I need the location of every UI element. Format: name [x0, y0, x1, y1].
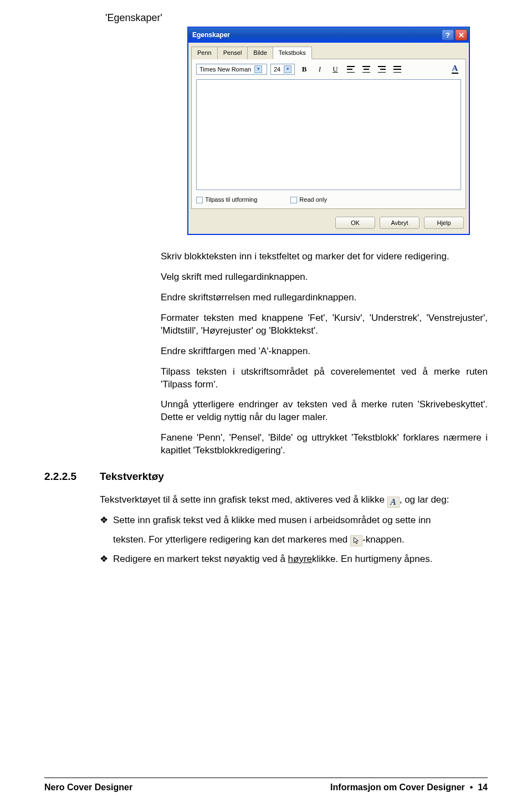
- paragraph: Endre skriftstørrelsen med rullegardinkn…: [161, 292, 488, 304]
- paragraph: Velg skrift med rullegardinknappen.: [161, 271, 488, 284]
- tab-bilde[interactable]: Bilde: [247, 47, 273, 59]
- checkbox-icon: [290, 197, 297, 203]
- properties-dialog: Egenskaper ? ✕ Penn Pensel Bilde Tekstbo…: [187, 27, 470, 235]
- help-button[interactable]: ?: [442, 29, 454, 40]
- paragraph: Tilpass teksten i utskriftsområdet på co…: [161, 366, 488, 391]
- paragraph: Fanene 'Penn', 'Pensel', 'Bilde' og uttr…: [161, 432, 488, 457]
- tab-panel: Times New Roman ▼ 24 ▼ B I U A: [191, 59, 466, 209]
- checkbox-label: Tilpass til utforming: [205, 196, 257, 204]
- tab-strip: Penn Pensel Bilde Tekstboks: [188, 43, 469, 59]
- font-name-value: Times New Roman: [200, 65, 251, 74]
- pointer-tool-icon: [350, 535, 362, 546]
- paragraph: teksten. For ytterligere redigering kan …: [113, 534, 526, 546]
- bullet-item: ❖ Redigere en markert tekst nøyaktig ved…: [100, 553, 526, 566]
- bullet-icon: ❖: [100, 514, 109, 527]
- align-left-button[interactable]: [345, 64, 357, 75]
- section-heading: 2.2.2.5 Tekstverktøy: [44, 469, 488, 484]
- paragraph: Formater teksten med knappene 'Fet', 'Ku…: [161, 312, 488, 337]
- help-button[interactable]: Hjelp: [424, 217, 464, 229]
- tab-tekstboks[interactable]: Tekstboks: [273, 47, 312, 59]
- footer-left: Nero Cover Designer: [44, 781, 132, 794]
- chevron-down-icon: ▼: [254, 65, 262, 73]
- bullet-text: Sette inn grafisk tekst ved å klikke med…: [113, 514, 526, 527]
- align-justify-button[interactable]: [391, 64, 403, 75]
- close-button[interactable]: ✕: [455, 29, 467, 40]
- format-toolbar: Times New Roman ▼ 24 ▼ B I U A: [196, 64, 461, 75]
- font-color-button[interactable]: A: [449, 64, 461, 75]
- ok-button[interactable]: OK: [335, 217, 375, 229]
- dialog-button-row: OK Avbryt Hjelp: [188, 212, 469, 234]
- align-right-button[interactable]: [376, 64, 388, 75]
- text-input-area[interactable]: [196, 79, 461, 190]
- titlebar: Egenskaper ? ✕: [188, 27, 469, 43]
- paragraph: Unngå ytterligere endringer av teksten v…: [161, 398, 488, 424]
- bold-button[interactable]: B: [298, 64, 310, 75]
- font-size-value: 24: [274, 65, 280, 74]
- dialog-title: Egenskaper: [192, 30, 441, 39]
- underline-button[interactable]: U: [329, 64, 341, 75]
- checkbox-icon: [196, 197, 203, 203]
- paragraph: Tekstverktøyet til å sette inn grafisk t…: [100, 494, 526, 508]
- italic-button[interactable]: I: [314, 64, 326, 75]
- section-body: Tekstverktøyet til å sette inn grafisk t…: [100, 494, 526, 566]
- font-size-select[interactable]: 24 ▼: [270, 64, 295, 75]
- paragraph: Endre skriftfargen med 'A'-knappen.: [161, 345, 488, 358]
- section-number: 2.2.2.5: [44, 469, 100, 484]
- figure-caption: 'Egenskaper': [105, 11, 488, 24]
- section-title: Tekstverktøy: [100, 469, 164, 484]
- description-block: Skriv blokkteksten inn i tekstfeltet og …: [161, 250, 488, 457]
- tab-pensel[interactable]: Pensel: [217, 47, 248, 59]
- font-name-select[interactable]: Times New Roman ▼: [196, 64, 267, 75]
- align-center-button[interactable]: [360, 64, 372, 75]
- paragraph: Skriv blokkteksten inn i tekstfeltet og …: [161, 250, 488, 263]
- cancel-button[interactable]: Avbryt: [380, 217, 420, 229]
- chevron-down-icon: ▼: [284, 65, 291, 73]
- footer-right: Informasjon om Cover Designer • 14: [330, 781, 488, 794]
- fit-to-layout-checkbox[interactable]: Tilpass til utforming: [196, 196, 257, 204]
- bullet-item: ❖ Sette inn grafisk tekst ved å klikke m…: [100, 514, 526, 527]
- text-tool-icon: A: [387, 497, 400, 508]
- tab-penn[interactable]: Penn: [191, 47, 218, 59]
- bullet-icon: ❖: [100, 553, 109, 566]
- bullet-text: Redigere en markert tekst nøyaktig ved å…: [113, 553, 526, 566]
- checkbox-label: Read only: [299, 196, 327, 204]
- page-footer: Nero Cover Designer Informasjon om Cover…: [44, 778, 488, 794]
- read-only-checkbox[interactable]: Read only: [290, 196, 327, 204]
